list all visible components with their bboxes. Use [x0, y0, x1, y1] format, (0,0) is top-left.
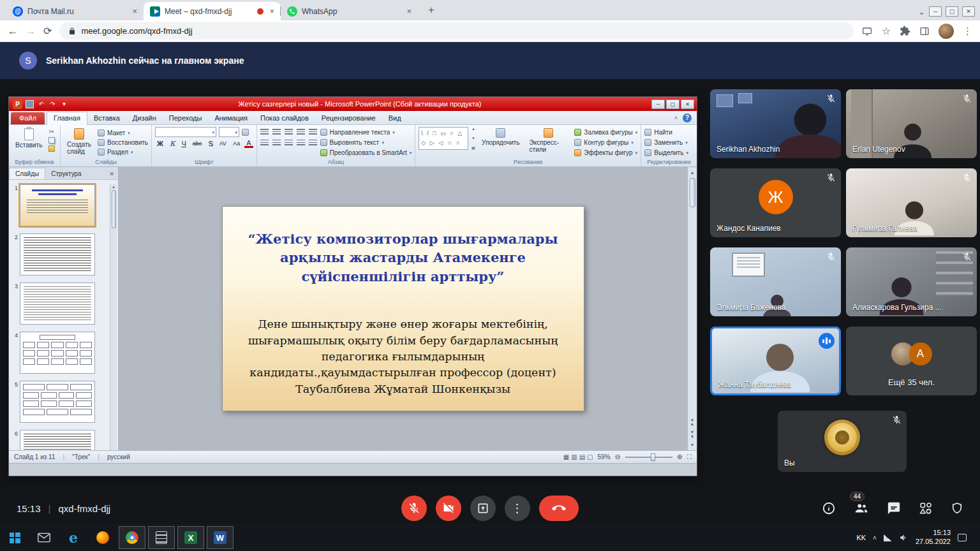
present-button[interactable] [470, 496, 496, 521]
panel-close-icon[interactable]: ✕ [105, 169, 118, 179]
browser-tab-meet[interactable]: Meet – qxd-fmxd-djj × [144, 2, 281, 20]
ppt-minimize-button[interactable]: ─ [651, 99, 665, 109]
participants-button[interactable]: 44 [854, 501, 869, 515]
slide-thumbnail[interactable] [20, 430, 95, 450]
ppt-close-button[interactable]: ✕ [681, 99, 694, 109]
activities-button[interactable] [919, 501, 933, 515]
format-painter-icon[interactable] [48, 145, 55, 152]
character-spacing-button[interactable]: AV [218, 140, 228, 148]
bookmark-star-icon[interactable]: ☆ [882, 25, 891, 37]
shapes-palette[interactable]: \ / □ ▭ ○ △ ◇ ▷ ◁ ☆ ○ [419, 127, 468, 150]
leave-call-button[interactable] [539, 496, 579, 521]
align-text-button[interactable]: Выровнять текст▾ [320, 138, 412, 147]
network-icon[interactable] [884, 534, 892, 541]
align-left-button[interactable] [260, 140, 269, 147]
cast-icon[interactable] [861, 26, 873, 36]
help-icon[interactable]: ? [683, 114, 692, 122]
previous-slide-button[interactable]: ▲▲ [690, 415, 695, 428]
taskbar-excel-icon[interactable]: X [177, 526, 204, 549]
arrange-button[interactable]: Упорядочить [479, 127, 523, 147]
bold-button[interactable]: Ж [155, 140, 165, 148]
shape-fill-button[interactable]: Заливка фигуры▾ [574, 128, 637, 136]
window-maximize-button[interactable]: ▢ [946, 6, 958, 17]
language-indicator[interactable]: русский [107, 453, 130, 460]
lock-icon[interactable] [68, 27, 76, 35]
quick-styles-button[interactable]: Экспресс-стили [526, 127, 572, 154]
tab-close-icon[interactable]: × [405, 6, 413, 16]
forward-button[interactable]: → [26, 26, 36, 37]
justify-button[interactable] [297, 140, 305, 147]
slide-scrollbar[interactable]: ▲ ▲▲ ▼▼ ▼ [687, 167, 697, 450]
participant-tile[interactable]: Erlan Utegenov [846, 89, 977, 158]
ppt-tab-transitions[interactable]: Переходы [163, 112, 209, 124]
language-indicator[interactable]: KK [856, 534, 866, 541]
text-direction-button[interactable]: Направление текста▾ [320, 128, 412, 136]
host-controls-button[interactable] [951, 501, 963, 515]
slide-thumbnail[interactable] [20, 283, 95, 325]
slide-thumbnail[interactable] [20, 233, 95, 276]
align-right-button[interactable] [285, 140, 293, 147]
taskbar-mail-icon[interactable] [29, 524, 59, 551]
slideshow-view-button[interactable]: ▢ [587, 453, 593, 460]
ppt-tab-slideshow[interactable]: Показ слайдов [254, 112, 315, 124]
paste-button[interactable]: Вставить [12, 127, 45, 150]
layout-button[interactable]: Макет▾ [98, 129, 148, 137]
participant-tile[interactable]: Гульмира Галиева [846, 168, 977, 237]
reset-button[interactable]: Восстановить [98, 138, 148, 147]
save-icon[interactable] [26, 100, 34, 108]
more-options-button[interactable]: ⋮ [505, 496, 530, 521]
reload-button[interactable]: ⟳ [43, 25, 52, 37]
taskbar-calculator-icon[interactable] [148, 526, 175, 549]
participant-tile[interactable]: Ж Жандос Канапиев [710, 168, 841, 237]
replace-button[interactable]: Заменить▾ [644, 138, 688, 147]
ppt-tab-review[interactable]: Рецензирование [315, 112, 382, 124]
copy-icon[interactable] [48, 137, 55, 143]
mic-toggle-button[interactable] [401, 496, 427, 521]
change-case-button[interactable]: Аа [231, 140, 242, 148]
back-button[interactable]: ← [8, 26, 18, 37]
slide-thumbnail[interactable] [20, 332, 95, 374]
meeting-details-button[interactable] [822, 501, 836, 515]
tab-search-chevron-icon[interactable]: ⌄ [918, 7, 925, 17]
font-size-select[interactable]: ▾ [219, 127, 239, 137]
new-tab-button[interactable]: + [423, 2, 440, 18]
shapes-scroll[interactable]: ▲▼▦ [471, 127, 475, 150]
browser-tab-whatsapp[interactable]: WhatsApp × [281, 2, 418, 20]
ppt-tab-design[interactable]: Дизайн [126, 112, 163, 124]
redo-icon[interactable]: ↷ [48, 100, 57, 108]
address-bar[interactable]: meet.google.com/qxd-fmxd-djj [59, 22, 853, 40]
increase-indent-button[interactable] [297, 129, 305, 136]
tab-close-icon[interactable]: × [131, 6, 138, 16]
underline-button[interactable]: Ч [180, 140, 188, 148]
slide-thumbnail[interactable] [20, 184, 95, 226]
profile-avatar[interactable] [939, 24, 954, 39]
ppt-tab-animations[interactable]: Анимация [208, 112, 254, 124]
decrease-indent-button[interactable] [285, 129, 293, 136]
self-tile[interactable]: Вы [778, 411, 907, 472]
participant-tile[interactable]: Serikhan Akhozhin [710, 89, 841, 158]
tab-close-icon[interactable]: × [268, 6, 276, 16]
thumbnails-scrollbar[interactable]: ▲ [110, 184, 117, 450]
participant-tile[interactable]: Эльмира Баженова [710, 247, 841, 316]
action-center-icon[interactable] [958, 534, 967, 541]
slide-thumbnail[interactable] [20, 381, 95, 423]
taskbar-edge-icon[interactable]: e [59, 524, 88, 551]
panel-tab-outline[interactable]: Структура [45, 168, 87, 179]
columns-button[interactable] [309, 140, 317, 147]
taskbar-clock[interactable]: 15:13 27.05.2022 [916, 529, 951, 547]
window-minimize-button[interactable]: ─ [929, 6, 942, 17]
zoom-out-button[interactable]: ⊖ [615, 453, 621, 461]
numbering-button[interactable] [272, 129, 281, 136]
bullets-button[interactable] [260, 129, 269, 136]
convert-smartart-button[interactable]: Преобразовать в SmartArt▾ [320, 149, 412, 157]
font-color-button[interactable]: А [244, 140, 253, 148]
ppt-tab-home[interactable]: Главная [47, 112, 87, 125]
grow-font-icon[interactable] [242, 129, 249, 136]
panel-tab-slides[interactable]: Слайды [9, 168, 45, 179]
taskbar-word-icon[interactable]: W [207, 526, 234, 549]
reading-view-button[interactable]: ▤ [579, 453, 585, 460]
browser-tab-mail[interactable]: @ Почта Mail.ru × [6, 2, 144, 20]
taskbar-firefox-icon[interactable] [88, 524, 117, 551]
more-participants-tile[interactable]: A Ещё 35 чел. [846, 327, 977, 395]
ppt-tab-insert[interactable]: Вставка [87, 112, 126, 124]
